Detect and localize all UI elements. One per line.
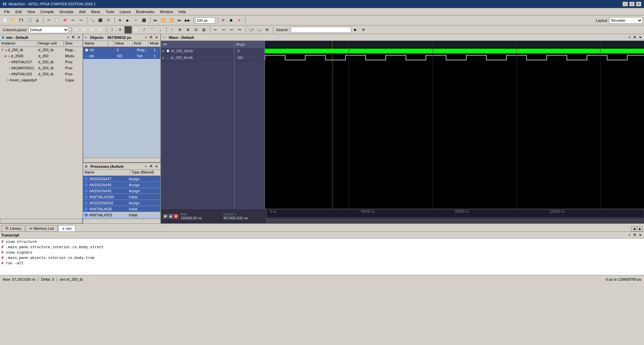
tab-library[interactable]: 📚 Library — [1, 225, 25, 231]
wave-hscroll-area[interactable] — [267, 217, 643, 223]
layout-select[interactable]: Simulate — [609, 17, 643, 24]
zoom-btn1[interactable]: | — [108, 26, 116, 33]
copy-button[interactable]: 📋 — [53, 17, 60, 24]
cl-btn3[interactable]: ⬜ — [89, 26, 96, 33]
menu-bookmarks[interactable]: Bookmarks — [133, 9, 157, 14]
zoom-out2-btn[interactable]: 🔍- — [255, 26, 263, 33]
run-all-button[interactable]: ▶▶ — [184, 17, 191, 24]
wave-hscrollbar[interactable] — [267, 219, 643, 223]
cursor-btn[interactable]: ↕ — [168, 26, 175, 33]
proc-row-initial1594[interactable]: #INITIAL#1594 Initial — [83, 194, 160, 200]
menu-compile[interactable]: Compile — [38, 9, 56, 14]
compile-button[interactable]: ⚙ — [116, 17, 123, 24]
step-forward-button[interactable]: ⏩ — [168, 17, 175, 24]
expand-d2500[interactable]: ▶ — [5, 54, 7, 58]
objects-expand-icon[interactable]: + — [144, 35, 148, 40]
minimize-button[interactable]: ─ — [623, 2, 628, 6]
tree-row-initial17[interactable]: ● #INITIAL#17 d_250_tb Proc — [0, 59, 83, 65]
run-reset-button[interactable]: ⏹ — [227, 17, 235, 24]
proc-row-assign46[interactable]: #ASSIGN#46 Assign — [83, 182, 160, 188]
time-input[interactable] — [195, 17, 215, 23]
processes-float-icon[interactable]: ⇱ — [149, 164, 154, 169]
proc-row-assign542[interactable]: #ASSIGN#542 Assign — [83, 200, 160, 206]
wave-stop-icon[interactable]: ⏹ — [174, 214, 178, 219]
edge-prev-btn[interactable]: ↤ — [228, 26, 235, 33]
tab-next-btn[interactable]: ▶ — [637, 226, 643, 231]
objects-hscroll[interactable] — [83, 158, 160, 162]
wave-button[interactable]: 〰 — [132, 17, 140, 24]
search-input[interactable] — [291, 27, 351, 33]
print-button[interactable]: 🖨 — [34, 17, 41, 24]
tree-row-d2500[interactable]: ▶ ◈ d_2500 d_250 Modu — [0, 53, 83, 59]
zoom-btn3[interactable] — [124, 26, 132, 33]
undo-button[interactable]: ↩ — [69, 17, 76, 24]
proc-row-assign47[interactable]: #ASSIGN#47 Assign — [83, 176, 160, 182]
run-back-button[interactable]: ⏮ — [152, 17, 159, 24]
menu-edit[interactable]: Edit — [13, 9, 24, 14]
go-prev-btn[interactable]: ⇐ — [212, 26, 219, 33]
cl-btn4[interactable]: ⬜ — [97, 26, 104, 33]
refresh-button[interactable]: 🔄 — [25, 17, 33, 24]
sim-float-icon[interactable]: ⇱ — [71, 35, 76, 40]
maximize-button[interactable]: □ — [629, 2, 635, 6]
wave-edit-btn[interactable]: ▧ — [200, 26, 208, 33]
cut-button[interactable]: ✂ — [45, 17, 52, 24]
open-button[interactable]: 📂 — [9, 17, 17, 24]
tab-memory-list[interactable]: 🗃 Memory List — [26, 225, 58, 231]
expand-d250tb[interactable]: ▼ — [1, 48, 4, 52]
zoom-fit-btn[interactable]: ⊟ — [192, 26, 200, 33]
run-forward-button[interactable]: ⏭ — [176, 17, 183, 24]
breakpoint-button[interactable]: ⬛ — [97, 17, 104, 24]
menu-simulate[interactable]: Simulate — [57, 9, 76, 14]
transcript-float-icon[interactable]: ⇱ — [633, 233, 637, 237]
measure-btn[interactable]: ⊠ — [184, 26, 192, 33]
search-opts-btn[interactable]: ⚙ — [360, 26, 367, 33]
wave-sig-row-rdk[interactable]: ▶ → /d_250_tb/rdk — [161, 54, 234, 61]
menu-file[interactable]: File — [1, 9, 13, 14]
redo-button[interactable]: ↪ — [77, 17, 85, 24]
step-back-button[interactable]: ⏪ — [160, 17, 167, 24]
menu-window[interactable]: Window — [157, 9, 176, 14]
proc-row-initial923[interactable]: #INITIAL#923 Initial — [83, 212, 160, 218]
restart-button[interactable]: ↺ — [219, 17, 227, 24]
proc-row-assign45[interactable]: #ASSIGN#45 Assign — [83, 188, 160, 194]
zoom-btn7[interactable]: ⌄ — [157, 26, 164, 33]
wave-close-icon[interactable]: ✕ — [638, 35, 643, 40]
zoom-in-btn[interactable]: ⊞ — [176, 26, 183, 33]
menu-tools[interactable]: Tools — [103, 9, 117, 14]
simulate-button[interactable]: ▶ — [124, 17, 131, 24]
processes-hscroll[interactable] — [83, 219, 160, 223]
objects-float-icon[interactable]: ⇱ — [149, 35, 154, 40]
cl-btn2[interactable]: ⬜ — [81, 26, 88, 33]
tab-sim[interactable]: ◉ sim — [58, 225, 75, 231]
menu-wave[interactable]: Wave — [88, 9, 103, 14]
menu-help[interactable]: Help — [176, 9, 189, 14]
wave-save-icon[interactable]: 💾 — [168, 214, 173, 219]
wave-float-icon[interactable]: ⇱ — [633, 35, 637, 40]
edge-next-btn[interactable]: ↦ — [236, 26, 243, 33]
sim-close-icon[interactable]: ✕ — [76, 35, 81, 40]
menu-layout[interactable]: Layout — [117, 9, 133, 14]
close-button[interactable]: ✕ — [636, 2, 641, 6]
stop-button[interactable]: ⬛ — [140, 17, 148, 24]
wave-expand-icon[interactable]: + — [627, 35, 632, 40]
cl-btn1[interactable]: ⬜ — [73, 26, 80, 33]
sim-hscroll[interactable] — [0, 219, 83, 223]
processes-close-icon[interactable]: ✕ — [154, 164, 159, 169]
wave-sig-row-clk[interactable]: ▶ ⌚ /d_250_tb/clk — [161, 48, 234, 54]
transcript-expand-icon[interactable]: + — [627, 233, 632, 237]
menu-view[interactable]: View — [24, 9, 38, 14]
proc-row-initial630[interactable]: #INITIAL#630 Initial — [83, 206, 160, 212]
zoom-btn4[interactable]: ⬜ — [132, 26, 140, 33]
zoom-btn6[interactable]: ⌒ — [149, 26, 156, 33]
objects-close-icon[interactable]: ✕ — [154, 35, 159, 40]
zoom-all-btn[interactable]: ⊞ — [263, 26, 271, 33]
wave-folder-icon[interactable]: 📁 — [163, 214, 168, 219]
go-next-btn[interactable]: ⇒ — [220, 26, 227, 33]
sim-expand-icon[interactable]: + — [66, 35, 70, 40]
new-button[interactable]: 📄 — [1, 17, 9, 24]
modelsim-button[interactable]: M — [105, 17, 112, 24]
obj-row-clk[interactable]: ⌚ clk 0 Regi... 1 — [83, 47, 160, 53]
break-button[interactable]: ⏸ — [235, 17, 243, 24]
obj-row-rdk[interactable]: → rdk St0 Net 1 — [83, 53, 160, 59]
